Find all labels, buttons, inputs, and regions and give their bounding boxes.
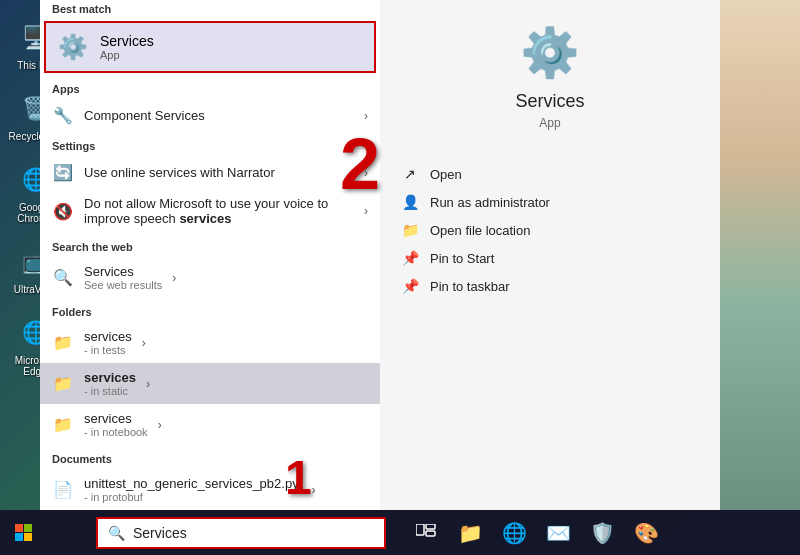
search-web-header: Search the web (40, 233, 380, 257)
voice-chevron: › (364, 204, 368, 218)
best-match-header: Best match (40, 0, 380, 19)
windows-logo-icon (15, 524, 33, 542)
pin-taskbar-label: Pin to taskbar (430, 279, 510, 294)
right-panel-sub: App (539, 116, 560, 130)
folder-notebook-text: services - in notebook (84, 411, 148, 438)
folder-tests-item[interactable]: 📁 services - in tests › (40, 322, 380, 363)
voice-label: Do not allow Microsoft to use your voice… (84, 196, 354, 226)
search-web-chevron: › (172, 271, 176, 285)
best-match-services[interactable]: ⚙️ Services App (44, 21, 376, 73)
folder-notebook-label: services (84, 411, 148, 426)
taskbar-icon-explorer[interactable]: 📁 (450, 513, 490, 553)
services-app-text: Services App (100, 33, 154, 61)
voice-bold: services (179, 211, 231, 226)
run-admin-label: Run as administrator (430, 195, 550, 210)
taskbar-icon-browser[interactable]: 🌐 (494, 513, 534, 553)
right-panel-services-icon: ⚙️ (520, 25, 580, 81)
folder-static-icon: 📁 (52, 374, 74, 393)
open-icon: ↗ (400, 166, 420, 182)
folder-tests-icon: 📁 (52, 333, 74, 352)
services-app-icon: ⚙️ (58, 33, 88, 61)
svg-rect-5 (426, 524, 435, 529)
document-chevron: › (312, 483, 316, 497)
svg-rect-2 (15, 533, 23, 541)
folder-static-sub: - in static (84, 385, 136, 397)
action-pin-start[interactable]: 📌 Pin to Start (380, 244, 720, 272)
folder-notebook-icon: 📁 (52, 415, 74, 434)
svg-rect-6 (426, 531, 435, 536)
taskbar-icon-security[interactable]: 🛡️ (582, 513, 622, 553)
search-web-text: Services See web results (84, 264, 162, 291)
narrator-label: Use online services with Narrator (84, 165, 354, 180)
search-web-icon: 🔍 (52, 268, 74, 287)
taskbar-icon-photoshop[interactable]: 🎨 (626, 513, 666, 553)
narrator-icon: 🔄 (52, 163, 74, 182)
narrator-services-item[interactable]: 🔄 Use online services with Narrator › (40, 156, 380, 189)
document-label: unittest_no_generic_services_pb2.pyi (84, 476, 302, 491)
component-services-label: Component Services (84, 108, 354, 123)
folder-tests-chevron: › (142, 336, 146, 350)
annotation-number-1: 1 (285, 450, 312, 505)
apps-section-header: Apps (40, 75, 380, 99)
taskbar: 🔍 Services 📁 🌐 ✉️ 🛡️ 🎨 (0, 510, 800, 555)
voice-services-item[interactable]: 🔇 Do not allow Microsoft to use your voi… (40, 189, 380, 233)
folder-notebook-sub: - in notebook (84, 426, 148, 438)
run-admin-icon: 👤 (400, 194, 420, 210)
services-app-name: Services (100, 33, 154, 49)
svg-rect-1 (24, 524, 32, 532)
component-services-icon: 🔧 (52, 106, 74, 125)
pin-taskbar-icon: 📌 (400, 278, 420, 294)
document-text: unittest_no_generic_services_pb2.pyi - i… (84, 476, 302, 503)
folder-static-label: services (84, 370, 136, 385)
folder-tests-sub: - in tests (84, 344, 132, 356)
documents-section-header: Documents (40, 445, 380, 469)
start-button[interactable] (0, 510, 48, 555)
action-pin-taskbar[interactable]: 📌 Pin to taskbar (380, 272, 720, 300)
folder-tests-label: services (84, 329, 132, 344)
right-panel-title: Services (515, 91, 584, 112)
taskbar-search-box[interactable]: 🔍 Services (96, 517, 386, 549)
search-web-label: Services (84, 264, 162, 279)
action-open-location[interactable]: 📁 Open file location (380, 216, 720, 244)
action-run-admin[interactable]: 👤 Run as administrator (380, 188, 720, 216)
open-location-icon: 📁 (400, 222, 420, 238)
folder-static-chevron: › (146, 377, 150, 391)
start-menu-right-panel: ⚙️ Services App ↗ Open 👤 Run as administ… (380, 0, 720, 510)
search-web-item[interactable]: 🔍 Services See web results › (40, 257, 380, 298)
taskbar-search-text: Services (133, 525, 187, 541)
folders-section-header: Folders (40, 298, 380, 322)
svg-rect-0 (15, 524, 23, 532)
document-icon: 📄 (52, 480, 74, 499)
taskbar-icon-taskview[interactable] (406, 513, 446, 553)
open-label: Open (430, 167, 462, 182)
component-services-chevron: › (364, 109, 368, 123)
folder-static-text: services - in static (84, 370, 136, 397)
taskbar-icons-area: 📁 🌐 ✉️ 🛡️ 🎨 (406, 513, 666, 553)
services-app-sub: App (100, 49, 154, 61)
svg-rect-3 (24, 533, 32, 541)
document-unittest-item[interactable]: 📄 unittest_no_generic_services_pb2.pyi -… (40, 469, 380, 510)
component-services-item[interactable]: 🔧 Component Services › (40, 99, 380, 132)
pin-start-label: Pin to Start (430, 251, 494, 266)
svg-rect-4 (416, 524, 424, 535)
annotation-number-2: 2 (340, 123, 380, 205)
pin-start-icon: 📌 (400, 250, 420, 266)
folder-tests-text: services - in tests (84, 329, 132, 356)
search-web-sub: See web results (84, 279, 162, 291)
folder-static-item[interactable]: 📁 services - in static › (40, 363, 380, 404)
action-open[interactable]: ↗ Open (380, 160, 720, 188)
taskbar-search-icon: 🔍 (108, 525, 125, 541)
settings-section-header: Settings (40, 132, 380, 156)
start-menu-left-panel: Best match ⚙️ Services App Apps 🔧 Compon… (40, 0, 380, 510)
voice-icon: 🔇 (52, 202, 74, 221)
folder-notebook-chevron: › (158, 418, 162, 432)
document-sub: - in protobuf (84, 491, 302, 503)
folder-notebook-item[interactable]: 📁 services - in notebook › (40, 404, 380, 445)
taskbar-icon-mail[interactable]: ✉️ (538, 513, 578, 553)
open-location-label: Open file location (430, 223, 530, 238)
taskview-icon (416, 524, 436, 542)
start-menu: Best match ⚙️ Services App Apps 🔧 Compon… (40, 0, 720, 510)
